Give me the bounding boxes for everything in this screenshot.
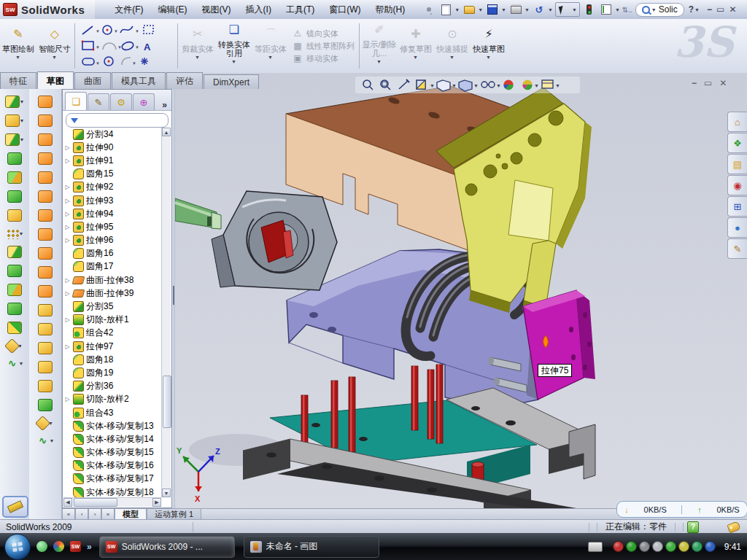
tab-configurationmanager[interactable]: ⚙: [110, 93, 132, 110]
health-shield-icon[interactable]: [692, 541, 703, 552]
expand-arrow-icon[interactable]: ▷: [64, 158, 71, 164]
dropdown-icon[interactable]: ▼: [15, 53, 20, 62]
combine-bodies-icon[interactable]: [7, 246, 22, 258]
window-minimize-button[interactable]: −: [707, 4, 712, 15]
quick-tips-icon[interactable]: ?: [687, 521, 699, 533]
dropdown-icon[interactable]: ▼: [52, 53, 57, 62]
surface-fill-icon[interactable]: [38, 152, 53, 165]
tree-horizontal-scrollbar[interactable]: ◀ ▶: [63, 497, 161, 507]
surface-offset-icon[interactable]: [38, 190, 53, 203]
print-dropdown[interactable]: ▼: [525, 7, 530, 12]
cmd-rapid-sketch[interactable]: ⚡快速草图▼: [471, 19, 507, 73]
pattern-icon[interactable]: [6, 228, 19, 239]
tab-propertymanager[interactable]: ✎: [88, 93, 109, 110]
freeform-icon[interactable]: [38, 342, 53, 354]
extruded-cut-icon[interactable]: [5, 96, 20, 108]
antivirus-shield-icon[interactable]: [613, 541, 624, 552]
surface-mid-icon[interactable]: [38, 171, 53, 184]
taskpane-tab-design-library[interactable]: ❖: [727, 133, 747, 153]
expand-arrow-icon[interactable]: ▷: [64, 237, 71, 244]
solidworks-quick-launch-icon[interactable]: SW: [70, 541, 81, 552]
help-button[interactable]: ?: [689, 4, 694, 15]
messenger-busy-icon[interactable]: [705, 541, 716, 552]
chamfer-icon[interactable]: [7, 171, 22, 184]
sketch-entities-grid[interactable]: A ▼▼▼ ▼▼▼ ▼▼: [77, 19, 176, 73]
tree-item-组合42[interactable]: 组合42: [64, 327, 161, 340]
pin-icon[interactable]: [422, 3, 436, 16]
expand-arrow-icon[interactable]: ▷: [64, 316, 71, 323]
hole-wizard-icon[interactable]: [7, 209, 22, 222]
tree-item-拉伸93[interactable]: ▷拉伸93: [64, 194, 161, 207]
network-warning-icon[interactable]: [678, 541, 689, 552]
doc-tab-0[interactable]: 模型: [115, 509, 147, 520]
volume-icon[interactable]: [652, 541, 663, 552]
menu-item-5[interactable]: 窗口(W): [322, 1, 367, 18]
delete-body-icon[interactable]: [4, 338, 20, 354]
scroll-up-icon[interactable]: ▲: [162, 128, 171, 136]
tree-item-分割34[interactable]: 分割34: [64, 128, 161, 141]
tree-item-圆角15[interactable]: 圆角15: [64, 168, 161, 181]
boundary-surface-icon[interactable]: [38, 304, 53, 316]
heads-up-view-toolbar[interactable]: ▼ ▼▼ ▼ ▼ ▼: [355, 77, 580, 93]
tree-item-实体-移动/复制15[interactable]: 实体-移动/复制15: [64, 446, 161, 459]
replace-face-icon[interactable]: [38, 361, 53, 373]
measure-button[interactable]: [2, 496, 28, 518]
options-dropdown[interactable]: ▼: [615, 7, 620, 12]
print-button[interactable]: [508, 3, 523, 16]
tree-item-实体-移动/复制14[interactable]: 实体-移动/复制14: [64, 432, 161, 446]
save-dropdown[interactable]: ▼: [501, 7, 506, 12]
quick-launch-more[interactable]: »: [87, 542, 92, 552]
mirror-icon[interactable]: [7, 284, 22, 296]
thicken-icon[interactable]: [38, 247, 53, 260]
planar-surface-icon[interactable]: [38, 209, 53, 222]
expand-arrow-icon[interactable]: ▷: [64, 277, 71, 284]
dome-icon[interactable]: [38, 399, 53, 411]
shell-icon[interactable]: [7, 190, 22, 203]
taskpane-tab-solidworks-search[interactable]: ◉: [727, 175, 747, 195]
tab-dimxpertmanager[interactable]: ⊕: [133, 93, 155, 110]
split-line-icon[interactable]: [35, 416, 50, 431]
tree-item-拉伸92[interactable]: ▷拉伸92: [64, 181, 161, 194]
menu-item-3[interactable]: 插入(I): [239, 1, 278, 18]
network-speed-widget[interactable]: ↓ 0KB/S ↑ 0KB/S: [616, 501, 747, 518]
tree-item-实体-移动/复制16[interactable]: 实体-移动/复制16: [64, 459, 161, 472]
quick-launch-icon[interactable]: [53, 541, 64, 552]
tree-item-圆角19[interactable]: 圆角19: [64, 366, 161, 379]
fillet-surface-icon[interactable]: [38, 380, 53, 392]
task-button-paint[interactable]: 未命名 - 画图: [244, 536, 379, 558]
delete-face-icon[interactable]: [38, 285, 53, 298]
ribbon-tab-4[interactable]: 评估: [166, 72, 203, 89]
tab-featuremanager[interactable]: ❏: [65, 92, 87, 110]
dropdown-icon[interactable]: ▼: [50, 438, 55, 443]
ribbon-tab-2[interactable]: 曲面: [74, 72, 111, 89]
panel-tabs-more[interactable]: »: [158, 100, 171, 110]
document-close-button[interactable]: ✕: [719, 78, 727, 88]
tree-item-圆角18[interactable]: 圆角18: [64, 353, 161, 366]
taskpane-tab-view-palette[interactable]: ⊞: [727, 196, 747, 217]
menu-item-1[interactable]: 编辑(E): [152, 1, 194, 18]
traffic-light-icon[interactable]: [582, 3, 597, 16]
taskpane-tab-appearances-scenes[interactable]: ●: [727, 217, 747, 238]
tree-vertical-scrollbar[interactable]: ▲ ▼: [161, 128, 171, 497]
search-input[interactable]: Solic: [659, 4, 678, 15]
help-dropdown[interactable]: ▼: [694, 7, 700, 12]
tree-item-拉伸91[interactable]: ▷拉伸91: [64, 154, 161, 167]
menu-item-0[interactable]: 文件(F): [108, 1, 150, 18]
start-button[interactable]: [4, 534, 31, 560]
expand-arrow-icon[interactable]: ▷: [64, 343, 71, 350]
revolve-icon[interactable]: [7, 152, 22, 165]
security-shield-icon[interactable]: [626, 541, 637, 552]
update-gear-icon[interactable]: [639, 541, 650, 552]
ribbon-tab-0[interactable]: 特征: [0, 72, 36, 89]
tree-item-实体-移动/复制13[interactable]: 实体-移动/复制13: [64, 419, 161, 432]
tree-item-曲面-拉伸39[interactable]: ▷曲面-拉伸39: [64, 287, 161, 300]
doc-tab-1[interactable]: 运动算例 1: [147, 509, 201, 520]
tree-vscroll-thumb[interactable]: [163, 376, 171, 428]
expand-arrow-icon[interactable]: ▷: [64, 224, 71, 230]
surface-extend-icon[interactable]: [38, 133, 53, 146]
cmd-smart-dimension[interactable]: ◇智能尺寸▼: [36, 19, 73, 73]
dropdown-icon[interactable]: ▼: [486, 53, 491, 62]
save-button[interactable]: [485, 3, 500, 16]
open-button[interactable]: [462, 3, 476, 16]
search-scope-dropdown[interactable]: ▼: [651, 7, 657, 12]
